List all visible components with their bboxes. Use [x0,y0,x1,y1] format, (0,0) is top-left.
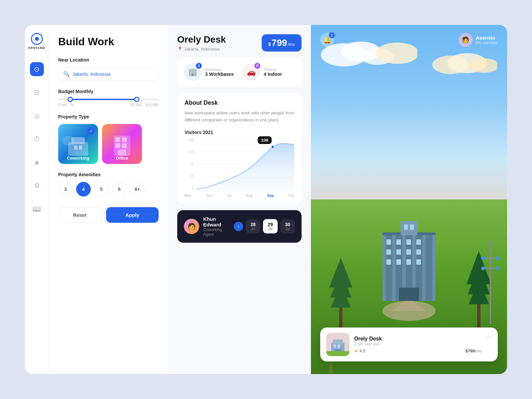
date-picker: ‹ 28 Jul 29 Jul 30 Jul [234,219,295,233]
amenity-5[interactable]: 5 [94,182,109,197]
workbase-icon: 🏢 3 [184,64,201,81]
reset-button[interactable]: Reset [58,207,101,223]
price-badge: $ 799 /mo [262,34,302,52]
svg-rect-35 [386,249,391,255]
property-card-office[interactable]: Office [102,124,142,164]
amenities-label: Property Amenities [58,172,159,177]
office-label: Office [102,156,142,161]
svg-rect-41 [406,259,411,265]
date-28[interactable]: 28 Jul [246,219,260,233]
sidebar-item-calendar[interactable]: ⏱ [30,132,44,146]
parking-value: 4 Indoor [264,71,282,77]
sidebar-item-dashboard[interactable]: ⊙ [30,62,44,76]
slider-labels: From - To $1,000 - $10,000 [58,103,159,107]
location-pin-icon: 📍 [177,47,183,52]
date-30[interactable]: 30 Jul [280,219,295,233]
svg-rect-31 [386,239,391,245]
svg-rect-71 [326,351,349,356]
location-input[interactable] [72,71,154,77]
float-card-info: Orely Desk 2 km near you ★ 4.5 $799/mo [354,336,481,353]
svg-rect-68 [333,344,336,348]
property-card-coworking[interactable]: ✓ Coworking [58,124,98,164]
sidebar-item-bookmarks[interactable]: ⊟ [30,85,44,99]
amenity-3[interactable]: 3 [58,182,73,197]
svg-point-60 [496,256,500,260]
float-card-distance: 2 km near you [354,342,481,346]
svg-rect-40 [396,259,401,265]
star-icon: ★ [354,348,358,353]
scene [311,25,507,374]
property-type-grid: ✓ Coworking Office [58,124,159,164]
right-header: 🔔 2 🧑 Asensio Pro member [311,33,507,47]
agent-name: Khun Edward [203,216,230,227]
svg-point-16 [271,145,274,149]
about-card: About Desk New workspace where users wor… [177,93,302,204]
pole-svg [480,241,500,324]
amenity-6[interactable]: 6 [112,182,127,197]
svg-rect-34 [416,239,421,245]
agent-role: Coworking Agent [203,227,230,237]
svg-rect-10 [118,150,126,156]
agent-avatar: 🧑 [184,219,199,234]
amenity-row: 3 4 5 6 8+ [58,182,159,197]
sidebar-item-docs[interactable]: 📖 [30,202,44,216]
float-price: $799/mo [465,348,481,353]
svg-rect-58 [484,258,497,259]
svg-rect-42 [416,259,421,265]
thumbnail-svg [326,333,349,356]
logo: KENTANG [28,33,45,50]
sidebar-item-location[interactable]: ◎ [30,109,44,123]
agent-info: Khun Edward Coworking Agent [203,216,230,237]
float-card[interactable]: Orely Desk 2 km near you ★ 4.5 $799/mo ·… [320,328,498,361]
sidebar-item-filter[interactable]: ◈ [30,155,44,169]
chart-tooltip: 108 [258,136,272,144]
notification-badge: 2 [329,32,335,38]
amenity-4[interactable]: 4 [76,182,91,197]
workbase-label: Workbase [205,67,234,71]
page-title: Build Work [58,36,159,48]
svg-rect-8 [115,143,120,148]
desk-header: Orely Desk 📍 Jakarta, Indonesia $ 799 /m… [177,34,302,52]
svg-rect-69 [337,344,340,348]
coworking-label: Coworking [58,156,98,161]
feature-workbase: 🏢 3 Workbase 3 Workbases [184,64,236,81]
chart-x-labels: May Jun Jul Aug Sep Oct [185,194,294,198]
svg-rect-3 [79,146,82,150]
budget-slider[interactable] [58,99,159,100]
svg-point-4 [62,136,74,145]
sidebar: KENTANG ⊙ ⊟ ◎ ⏱ ◈ ⚙ 📖 [25,25,49,374]
date-29[interactable]: 29 Jul [263,219,278,233]
svg-rect-47 [410,224,414,230]
workbase-badge: 3 [196,63,202,69]
float-card-name: Orely Desk [354,336,481,342]
filter-panel: Build Work Near Location 🔍 Budget Monthl… [49,25,168,374]
sidebar-item-settings[interactable]: ⚙ [30,179,44,193]
svg-rect-2 [74,146,77,150]
logo-text: KENTANG [28,46,45,50]
float-card-rating: ★ 4.5 $799/mo [354,348,481,353]
date-prev[interactable]: ‹ [234,222,243,231]
clouds-right-svg [431,52,497,78]
location-input-wrap[interactable]: 🔍 [58,67,159,81]
user-role: Pro member [476,41,498,45]
parking-label: Parking [264,67,282,71]
desk-location: 📍 Jakarta, Indonesia [177,47,226,52]
agent-card: 🧑 Khun Edward Coworking Agent ‹ 28 Jul 2… [177,210,302,243]
svg-rect-46 [404,224,408,230]
svg-rect-39 [386,259,391,265]
notification-button[interactable]: 🔔 2 [320,33,334,47]
parking-icon: 🚗 P [242,64,260,81]
svg-rect-57 [490,241,491,324]
apply-button[interactable]: Apply [106,207,159,223]
amenity-8plus[interactable]: 8+ [130,182,145,197]
budget-label: Budget Monthly [58,89,159,94]
right-panel: 🔔 2 🧑 Asensio Pro member [311,25,507,374]
svg-rect-6 [115,137,120,142]
svg-rect-32 [396,239,401,245]
svg-rect-33 [406,239,411,245]
chart-svg [197,138,294,191]
svg-rect-36 [396,249,401,255]
float-card-menu[interactable]: ··· [486,333,492,340]
chart-title: Visitors 2021 [185,130,294,135]
svg-rect-45 [401,221,417,235]
